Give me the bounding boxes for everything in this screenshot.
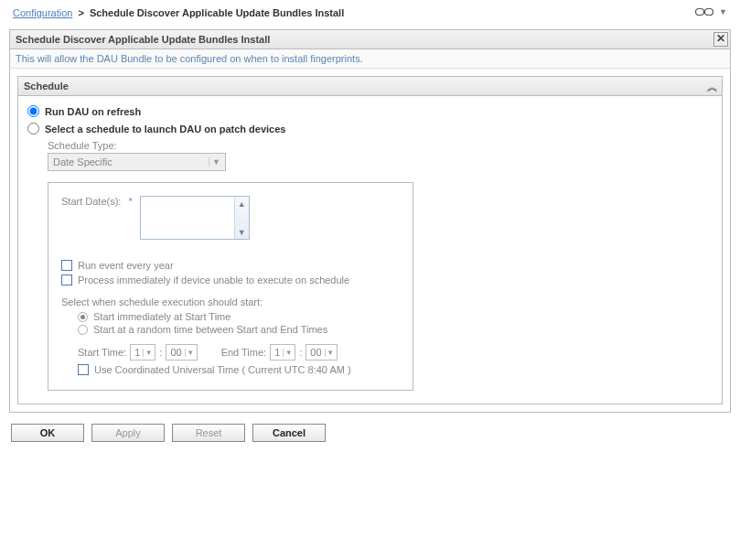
radio-select-schedule[interactable]: Select a schedule to launch DAU on patch… (27, 123, 713, 135)
colon: : (299, 347, 302, 358)
svg-rect-1 (705, 9, 713, 16)
dropdown-caret-icon[interactable]: ▼ (719, 7, 727, 16)
radio-run-on-refresh[interactable]: Run DAU on refresh (27, 105, 713, 117)
schedule-section-header: Schedule ︽ (18, 77, 722, 96)
breadcrumb-separator: > (78, 7, 83, 18)
chevron-down-icon: ▼ (143, 349, 154, 357)
schedule-detail-box: Start Date(s): * ▲ ▼ Ru (48, 182, 413, 391)
panel-description: This will allow the DAU Bundle to be con… (10, 49, 730, 69)
schedule-type-value: Date Specific (53, 156, 113, 167)
checkbox-run-every-year: Run event every year (61, 260, 400, 271)
link-icon[interactable] (695, 6, 713, 17)
checkbox-run-every-year-box (61, 260, 72, 271)
ok-button[interactable]: OK (11, 424, 84, 442)
required-asterisk: * (128, 196, 132, 207)
checkbox-process-immediately-label: Process immediately if device unable to … (78, 275, 349, 285)
checkbox-utc: Use Coordinated Universal Time ( Current… (78, 364, 400, 375)
start-time-label: Start Time: (78, 347, 126, 358)
listbox-scrollbar: ▲ ▼ (234, 197, 249, 239)
schedule-type-label: Schedule Type: (48, 140, 713, 151)
radio-run-on-refresh-input[interactable] (27, 105, 39, 117)
checkbox-process-immediately-box (61, 275, 72, 285)
radio-start-immediate-dot (78, 312, 88, 322)
schedule-type-select: Date Specific ▼ (48, 153, 226, 171)
start-dates-label: Start Date(s): (61, 196, 121, 207)
schedule-section-title: Schedule (24, 81, 69, 92)
chevron-down-icon: ▼ (209, 157, 223, 167)
chevron-down-icon: ▼ (283, 349, 294, 357)
breadcrumb-root-link[interactable]: Configuration (13, 7, 72, 18)
panel-title: Schedule Discover Applicable Update Bund… (16, 34, 270, 45)
end-hour-select: 1▼ (270, 344, 295, 361)
radio-start-random-label: Start at a random time between Start and… (93, 324, 327, 335)
cancel-button[interactable]: Cancel (252, 424, 326, 442)
start-min-select: 00▼ (166, 344, 197, 361)
exec-start-label: Select when schedule execution should st… (61, 296, 400, 307)
radio-start-random: Start at a random time between Start and… (78, 324, 400, 335)
start-min-value: 00 (170, 347, 181, 358)
end-hour-value: 1 (274, 347, 280, 358)
radio-start-random-dot (78, 325, 88, 335)
breadcrumb: Configuration > Schedule Discover Applic… (9, 7, 731, 24)
apply-button[interactable]: Apply (91, 424, 165, 442)
main-panel: Schedule Discover Applicable Update Bund… (9, 29, 731, 413)
button-bar: OK Apply Reset Cancel (11, 424, 731, 442)
scroll-up-icon: ▲ (235, 197, 249, 210)
checkbox-process-immediately: Process immediately if device unable to … (61, 275, 400, 285)
start-hour-value: 1 (134, 347, 140, 358)
breadcrumb-current: Schedule Discover Applicable Update Bund… (90, 7, 344, 18)
radio-start-immediate-label: Start immediately at Start Time (93, 311, 231, 322)
checkbox-utc-label: Use Coordinated Universal Time ( Current… (94, 364, 351, 375)
checkbox-utc-box (78, 364, 89, 375)
radio-run-on-refresh-label: Run DAU on refresh (45, 106, 141, 117)
radio-select-schedule-input[interactable] (27, 123, 39, 135)
colon: : (159, 347, 162, 358)
scroll-down-icon: ▼ (235, 225, 249, 239)
close-icon[interactable]: ✕ (713, 32, 728, 47)
radio-select-schedule-label: Select a schedule to launch DAU on patch… (45, 124, 285, 135)
start-dates-listbox: ▲ ▼ (140, 196, 250, 240)
chevron-down-icon: ▼ (325, 349, 336, 357)
schedule-section: Schedule ︽ Run DAU on refresh Select a s… (17, 76, 723, 404)
start-hour-select: 1▼ (130, 344, 156, 361)
end-min-select: 00▼ (306, 344, 337, 361)
svg-rect-0 (696, 9, 704, 16)
checkbox-run-every-year-label: Run event every year (78, 260, 174, 271)
end-time-label: End Time: (221, 347, 267, 358)
reset-button[interactable]: Reset (172, 424, 245, 442)
end-min-value: 00 (310, 347, 321, 358)
panel-header: Schedule Discover Applicable Update Bund… (10, 30, 730, 49)
radio-start-immediate: Start immediately at Start Time (78, 311, 400, 322)
top-right-tools: ▼ (695, 6, 727, 17)
chevron-down-icon: ▼ (185, 349, 196, 357)
collapse-icon[interactable]: ︽ (707, 80, 718, 95)
